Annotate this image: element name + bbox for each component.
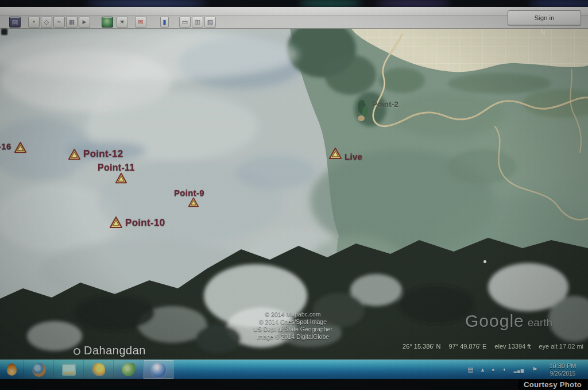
map-viewport[interactable]: -16 Point-12 Point-11 Point-9 Point-10 bbox=[0, 29, 588, 360]
placemark-point-16[interactable]: -16 bbox=[0, 141, 27, 153]
taskbar-app-google-earth[interactable] bbox=[144, 360, 173, 379]
google-earth-icon bbox=[151, 362, 166, 377]
status-elevation: elev 13394 ft bbox=[494, 343, 531, 350]
speaker-icon[interactable] bbox=[502, 366, 506, 373]
taskbar-app-yellow[interactable] bbox=[84, 360, 114, 379]
photo-glare bbox=[299, 0, 362, 6]
copyright-line: © 2014 Mapabc.com bbox=[207, 311, 379, 318]
photo-frame: Sign in bbox=[0, 0, 588, 390]
print-button[interactable] bbox=[160, 17, 169, 28]
window-icon bbox=[62, 364, 76, 376]
network-icon[interactable] bbox=[513, 366, 524, 373]
placemark-point-10[interactable]: Point-10 bbox=[109, 216, 165, 229]
photo-glare bbox=[376, 0, 451, 6]
photo-glare bbox=[86, 0, 207, 6]
green-swirl-icon bbox=[122, 363, 135, 376]
taskbar-app-green[interactable] bbox=[114, 360, 144, 379]
photo-top-bezel bbox=[0, 0, 588, 7]
status-latitude: 26° 15.386' N bbox=[403, 343, 440, 350]
status-eye-altitude: eye alt 17.02 mi bbox=[539, 343, 583, 350]
status-dot-icon[interactable] bbox=[492, 366, 494, 373]
clock-date: 9/26/2015 bbox=[540, 370, 585, 377]
placemark-label: Point-9 bbox=[174, 188, 204, 198]
place-label-dahangdan: Dahangdan bbox=[74, 344, 146, 357]
placemark-label: Point-11 bbox=[98, 163, 135, 173]
warning-triangle-icon bbox=[328, 147, 342, 160]
view-options-button[interactable] bbox=[204, 17, 216, 28]
placemark-point-9[interactable]: Point-9 bbox=[174, 188, 204, 207]
placemark-label: Point-10 bbox=[125, 217, 165, 229]
email-button[interactable] bbox=[135, 17, 146, 28]
show-hidden-icons[interactable] bbox=[481, 366, 485, 373]
warning-triangle-icon bbox=[14, 141, 27, 153]
photo-artifact-mark bbox=[1, 29, 7, 35]
sign-in-button[interactable]: Sign in bbox=[508, 10, 581, 25]
clock-time: 10:30 PM bbox=[540, 362, 585, 370]
toolbar bbox=[0, 16, 588, 29]
google-earth-logo: Google earth bbox=[465, 311, 552, 331]
taskbar-app-explorer[interactable] bbox=[54, 360, 84, 379]
warning-triangle-icon bbox=[109, 216, 123, 229]
copyright-line: Image © 2014 DigitalGlobe bbox=[207, 333, 379, 341]
warning-triangle-icon bbox=[115, 172, 127, 184]
photo-bottom-bezel: Courtesy Photo bbox=[0, 379, 588, 390]
add-polygon-button[interactable] bbox=[41, 17, 52, 28]
window-titlebar bbox=[0, 7, 588, 16]
status-bar: 26° 15.386' N 97° 49.876' E elev 13394 f… bbox=[403, 343, 583, 350]
warning-triangle-icon bbox=[68, 148, 81, 160]
firefox-icon bbox=[32, 363, 46, 377]
placemark-point-2[interactable]: Point-2 bbox=[356, 99, 399, 123]
place-dot-icon bbox=[74, 348, 80, 355]
placemark-label: Live bbox=[345, 152, 362, 161]
satellite-imagery bbox=[0, 29, 588, 360]
photo-glare bbox=[528, 0, 588, 6]
sunlight-button[interactable] bbox=[117, 17, 128, 28]
placemark-label: -16 bbox=[0, 141, 11, 151]
copyright-line: US Dept of State Geographer bbox=[207, 326, 379, 333]
placemark-label: Point-2 bbox=[372, 100, 399, 109]
copyright-line: © 2014 Cnes/Spot Image bbox=[207, 318, 379, 326]
placemark-point-11[interactable]: Point-11 bbox=[98, 163, 135, 184]
placemark-point-12[interactable]: Point-12 bbox=[68, 148, 123, 160]
add-placemark-button[interactable] bbox=[28, 17, 40, 28]
map-copyright: © 2014 Mapabc.com © 2014 Cnes/Spot Image… bbox=[207, 311, 379, 341]
placemark-live[interactable]: Live bbox=[328, 147, 362, 161]
planets-button[interactable] bbox=[102, 17, 113, 28]
google-earth-window: Sign in bbox=[0, 7, 588, 379]
bird-icon bbox=[92, 363, 105, 376]
windows-taskbar: 10:30 PM 9/26/2015 bbox=[0, 360, 588, 379]
ruler-button[interactable] bbox=[179, 17, 191, 28]
flame-icon bbox=[7, 364, 17, 376]
record-tour-button[interactable] bbox=[79, 17, 90, 28]
action-center-flag-icon[interactable] bbox=[532, 366, 537, 373]
placemark-label: Point-12 bbox=[83, 148, 123, 160]
add-path-button[interactable] bbox=[53, 17, 65, 28]
sidebar-toggle-button[interactable] bbox=[9, 17, 21, 28]
photo-credit: Courtesy Photo bbox=[519, 380, 587, 389]
taskbar-app-flame[interactable] bbox=[0, 360, 24, 379]
tree-marker-icon bbox=[356, 99, 370, 123]
taskbar-clock[interactable]: 10:30 PM 9/26/2015 bbox=[540, 362, 585, 377]
status-longitude: 97° 49.876' E bbox=[449, 343, 487, 350]
system-tray bbox=[467, 360, 537, 379]
save-image-button[interactable] bbox=[192, 17, 203, 28]
warning-triangle-icon bbox=[188, 197, 199, 207]
taskbar-app-firefox[interactable] bbox=[24, 360, 54, 379]
add-image-overlay-button[interactable] bbox=[66, 17, 78, 28]
cursor-dot bbox=[483, 260, 486, 263]
compass-north-label: N bbox=[541, 29, 545, 36]
keyboard-tray-icon[interactable] bbox=[467, 366, 473, 373]
